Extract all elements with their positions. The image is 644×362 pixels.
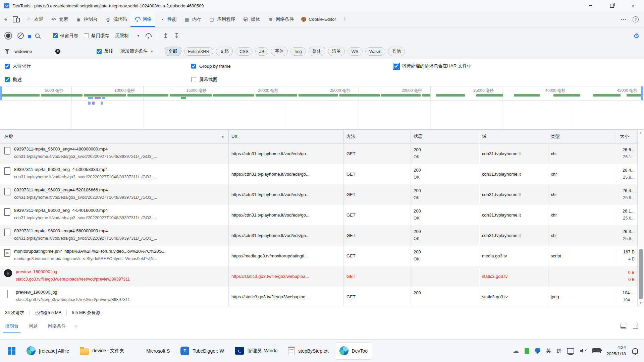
inspect-element-icon[interactable]: ⌖ xyxy=(4,16,7,22)
table-row[interactable]: 89397311-mp4a_96000_eng=4-500053333.mp4 … xyxy=(0,164,644,184)
more-tabs-button[interactable]: + xyxy=(340,11,350,27)
drawer-add-tab-button[interactable]: + xyxy=(71,319,81,333)
import-har-icon[interactable]: ↥ xyxy=(163,33,168,39)
table-row[interactable]: 89397311-mp4a_96000_eng=4-520106666.mp4 … xyxy=(0,184,644,205)
drawer-tab[interactable]: 网络条件 xyxy=(43,319,71,333)
filter-input[interactable] xyxy=(14,49,51,54)
har-pending-checkbox[interactable] xyxy=(394,64,399,69)
clear-button[interactable] xyxy=(17,33,24,39)
timeline-ruler[interactable]: 5000 毫秒 10000 毫秒 15000 毫秒 20000 毫秒 25000… xyxy=(0,86,644,101)
devtools-tab[interactable]: 性能 xyxy=(155,11,180,27)
devtools-tab[interactable]: 源代码 xyxy=(101,11,131,27)
notifications-bell-icon[interactable] xyxy=(632,348,638,354)
onedrive-cloud-icon[interactable]: ☁ xyxy=(513,348,519,354)
table-row[interactable]: 89397311-mp4a_96000_eng=4-480000000.mp4 … xyxy=(0,143,644,164)
taskbar-app-button[interactable]: 管理员: Windo xyxy=(230,342,282,360)
table-row[interactable]: monitorupdatingtime.js?r=https%3A%2F%2Ff… xyxy=(0,246,644,266)
taskbar-app-button[interactable]: DevToo xyxy=(335,342,372,360)
devtools-tab[interactable]: 内存 xyxy=(180,11,205,27)
battery-icon[interactable] xyxy=(592,348,601,353)
help-icon[interactable]: ? xyxy=(633,16,639,22)
more-filters-dropdown[interactable]: 增加筛选条件 ▾ xyxy=(120,48,153,54)
taskbar-app-button[interactable]: device - 文件夹 xyxy=(75,342,128,360)
more-options-icon[interactable]: ⋯ xyxy=(621,16,627,23)
devtools-tab[interactable]: 网络条件 xyxy=(264,11,298,27)
filter-type-pill[interactable]: 字体 xyxy=(271,47,288,56)
filter-type-pill[interactable]: 清单 xyxy=(328,47,345,56)
column-header[interactable]: 大小 xyxy=(617,130,637,143)
filter-type-pill[interactable]: 文档 xyxy=(216,47,233,56)
search-icon[interactable] xyxy=(35,34,40,38)
column-header[interactable]: 域 xyxy=(479,130,548,143)
cell-domain: cdn31.tvplayhome.lt xyxy=(479,143,548,164)
column-header[interactable]: 方法 xyxy=(344,130,411,143)
filter-type-pill[interactable]: JS xyxy=(255,47,268,56)
devtools-tab[interactable]: 元素 xyxy=(47,11,72,27)
overview-right-handle[interactable] xyxy=(641,86,643,100)
table-scrollbar[interactable]: ▲ ▼ xyxy=(637,130,644,306)
drawer-tab[interactable]: 控制台 xyxy=(0,319,24,333)
disable-cache-checkbox[interactable] xyxy=(84,33,89,38)
table-row[interactable]: preview_1600000.jpg static3.go3.tv/file/… xyxy=(0,266,644,287)
table-row[interactable]: 89397311-mp4a_96000_eng=4-560000000.mp4 … xyxy=(0,225,644,246)
table-row[interactable]: 89397311-mp4a_96000_eng=4-540160000.mp4 … xyxy=(0,205,644,225)
security-shield-icon[interactable] xyxy=(535,348,540,354)
throttling-select[interactable]: 无限制 ▾ xyxy=(115,33,139,39)
start-button[interactable] xyxy=(3,342,20,360)
clear-filter-icon[interactable]: × xyxy=(55,49,60,54)
filter-type-pill[interactable]: WS xyxy=(347,47,363,56)
export-har-icon[interactable]: ↧ xyxy=(174,33,179,39)
filter-type-pill[interactable]: Wasm xyxy=(365,47,385,56)
scroll-up-icon[interactable]: ▲ xyxy=(640,131,642,134)
big-request-rows-checkbox[interactable] xyxy=(5,64,10,69)
settings-gear-icon[interactable]: ⚙ xyxy=(633,32,639,40)
devtools-tab[interactable]: 应用程序 xyxy=(205,11,239,27)
screenshots-checkbox[interactable] xyxy=(191,77,196,82)
tray-app-icon-green[interactable] xyxy=(525,348,529,354)
column-header[interactable]: Url xyxy=(229,130,344,143)
preserve-log-checkbox[interactable] xyxy=(53,33,58,38)
overview-checkbox[interactable] xyxy=(5,77,10,82)
overview-left-handle[interactable] xyxy=(0,86,2,100)
column-header[interactable]: 名称 ▲ xyxy=(0,130,229,143)
filter-type-pill[interactable]: 其他 xyxy=(388,47,405,56)
table-row[interactable]: preview_1900000.jpg static3.go3.tv/file/… xyxy=(0,287,644,306)
taskbar-app-button[interactable]: stepByStep.txt xyxy=(284,342,333,360)
network-conditions-icon[interactable] xyxy=(145,33,151,39)
minimize-button[interactable] xyxy=(580,0,601,11)
device-toolbar-icon[interactable] xyxy=(13,16,18,22)
cast-display-icon[interactable] xyxy=(567,348,574,354)
column-header[interactable]: 状态 xyxy=(411,130,479,143)
taskbar-app-button[interactable]: Microsoft S xyxy=(130,342,174,360)
devtools-tab[interactable]: 控制台 xyxy=(72,11,101,27)
timeline-bar xyxy=(339,94,380,97)
scrollbar-thumb[interactable] xyxy=(639,249,643,299)
filter-type-pill[interactable]: Img xyxy=(290,47,306,56)
volume-muted-icon[interactable]: × xyxy=(580,348,587,354)
close-button[interactable]: × xyxy=(623,0,644,11)
devtools-tab[interactable]: Cookie-Editor xyxy=(298,11,340,27)
ime-language-indicator[interactable]: 英 xyxy=(546,348,551,354)
timeline-overview[interactable] xyxy=(0,101,644,130)
column-header[interactable]: 类型 xyxy=(548,130,617,143)
drawer-dock-icon[interactable] xyxy=(621,324,626,328)
ime-pinyin-indicator[interactable]: 拼 xyxy=(556,348,561,354)
resource-name: preview_1600000.jpg xyxy=(16,268,130,276)
record-button[interactable] xyxy=(6,34,10,38)
drawer-expand-icon[interactable] xyxy=(633,324,638,329)
devtools-tab[interactable]: 媒体 xyxy=(239,11,264,27)
restore-button[interactable] xyxy=(601,0,623,11)
group-by-frame-checkbox[interactable] xyxy=(191,64,196,69)
devtools-tab[interactable]: 欢迎 xyxy=(22,11,47,27)
taskbar-clock[interactable]: 4:24 2025/1/18 xyxy=(606,345,626,357)
filter-type-pill[interactable]: Fetch/XHR xyxy=(184,47,214,56)
drawer-tab[interactable]: 问题 xyxy=(24,319,43,333)
filter-type-pill[interactable]: 全部 xyxy=(165,47,181,56)
devtools-tab[interactable]: 网络 xyxy=(130,11,155,27)
filter-type-pill[interactable]: 媒体 xyxy=(309,47,325,56)
taskbar-app-button[interactable]: [release] AllHe xyxy=(22,342,73,360)
filter-type-pill[interactable]: CSS xyxy=(235,47,253,56)
invert-checkbox[interactable] xyxy=(97,49,102,54)
taskbar-app-button[interactable]: TubeDigger: W xyxy=(176,342,228,360)
scroll-down-icon[interactable]: ▼ xyxy=(640,302,642,305)
